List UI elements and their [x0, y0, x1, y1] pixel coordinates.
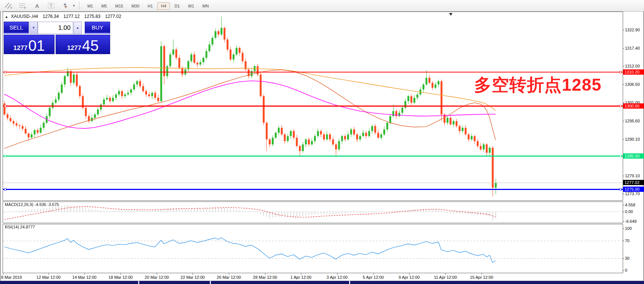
- axis-tick-mark: [623, 221, 624, 222]
- date-axis-label: 20 Mar 12:00: [145, 275, 169, 280]
- price-axis-tick: 1322.90: [625, 27, 640, 32]
- axis-tick-mark: [623, 270, 624, 271]
- rsi-axis-tick: 0: [625, 268, 627, 273]
- date-tick-mark: [482, 273, 482, 275]
- rsi-indicator-canvas[interactable]: [3, 224, 623, 273]
- price-tag-1310.20: 1310.20: [623, 69, 644, 75]
- macd-label: MACD(12,26,9) -4.936 -3.675: [5, 202, 59, 207]
- price-tag-1275.00: 1275.00: [623, 187, 644, 192]
- date-axis-label: 12 Mar 12:00: [37, 275, 61, 280]
- date-tick-mark: [49, 273, 49, 275]
- toolbar: E F A T ▼: [0, 0, 644, 12]
- volume-increase-button[interactable]: ▲: [74, 22, 82, 34]
- volume-input[interactable]: [38, 22, 73, 34]
- close-value: 1277.02: [105, 14, 121, 19]
- strip-separator: [210, 281, 211, 284]
- timeframe-button-d1[interactable]: D1: [171, 2, 183, 10]
- date-axis-label: 15 Apr 12:00: [470, 275, 493, 280]
- buy-price-panel[interactable]: 1277 45: [56, 35, 110, 54]
- axis-tick-mark: [623, 139, 624, 140]
- timeframe-button-h1[interactable]: H1: [144, 2, 156, 10]
- date-axis-label: 26 Mar 12:00: [217, 275, 241, 280]
- bottom-taskbar-strip: [0, 281, 644, 284]
- date-axis-label: 8 Mar 2019: [1, 275, 22, 280]
- axis-tick-mark: [623, 205, 624, 205]
- date-axis-label: 1 Apr 12:00: [290, 275, 311, 280]
- date-tick-mark: [3, 273, 3, 275]
- symbol-label: XAUUSD-,H4: [11, 14, 38, 19]
- window-left-border: [0, 12, 1, 284]
- date-axis-label: 18 Mar 12:00: [109, 275, 133, 280]
- buy-button[interactable]: BUY: [85, 22, 110, 34]
- price-axis-tick: 1273.70: [625, 191, 640, 196]
- date-tick-mark: [229, 273, 229, 275]
- date-tick-mark: [193, 273, 193, 275]
- arrows-dropdown-caret-icon[interactable]: ▼: [72, 4, 75, 7]
- timeframe-button-mn[interactable]: MN: [199, 2, 212, 10]
- price-axis-tick: 1279.10: [625, 173, 640, 178]
- macd-axis-tick: 0.00: [625, 209, 633, 214]
- high-value: 1277.12: [63, 14, 80, 19]
- sell-price-pips: 01: [28, 40, 45, 52]
- sell-price-panel[interactable]: 1277 01: [4, 35, 55, 54]
- axis-tick-mark: [623, 48, 624, 49]
- timeframe-button-group: M1M5M15M30H1H4D1W1MN: [84, 2, 213, 9]
- macd-indicator-canvas[interactable]: [3, 202, 623, 223]
- rsi-axis-tick: 70: [625, 238, 629, 243]
- axis-tick-mark: [623, 121, 624, 121]
- date-tick-mark: [84, 273, 85, 275]
- price-tag-1285.00: 1285.00: [623, 153, 644, 159]
- price-axis-tick: 1295.60: [625, 118, 640, 124]
- strip-separator: [138, 281, 139, 284]
- rsi-axis-tick: 30: [625, 256, 629, 261]
- date-axis-label: 11 Apr 12:00: [434, 275, 457, 280]
- axis-tick-mark: [623, 66, 624, 66]
- buy-price-big-figure: 1277: [67, 45, 81, 51]
- text-tool-icon[interactable]: T: [46, 1, 57, 10]
- volume-decrease-button[interactable]: ▼: [29, 22, 38, 34]
- date-tick-mark: [121, 273, 121, 275]
- price-tag-1300.00: 1300.00: [623, 103, 644, 109]
- buy-button-label: BUY: [92, 24, 103, 31]
- axis-tick-mark: [623, 228, 624, 229]
- axis-tick-mark: [623, 212, 624, 212]
- fibonacci-tool-icon[interactable]: F: [17, 1, 28, 10]
- collapse-arrow-icon[interactable]: ▲: [5, 15, 8, 19]
- date-tick-mark: [409, 273, 410, 275]
- date-tick-mark: [373, 273, 374, 275]
- date-tick-mark: [301, 273, 301, 275]
- svg-text:A: A: [35, 3, 39, 9]
- macd-axis-tick: 4.558: [625, 202, 635, 207]
- macd-axis-tick: -6.649: [625, 219, 637, 224]
- timeframe-button-m30[interactable]: M30: [128, 2, 143, 10]
- arrows-tool-icon[interactable]: [60, 1, 71, 10]
- axis-tick-mark: [623, 84, 624, 85]
- timeframe-button-w1[interactable]: W1: [184, 2, 198, 10]
- buy-price-pips: 45: [82, 40, 99, 52]
- timeframe-button-m15[interactable]: M15: [111, 2, 127, 10]
- timeframe-button-m5[interactable]: M5: [97, 2, 111, 10]
- price-axis-tick: 1290.10: [625, 137, 640, 142]
- axis-tick-mark: [623, 176, 624, 176]
- sell-button[interactable]: SELL: [4, 22, 29, 34]
- open-value: 1276.34: [43, 14, 59, 19]
- axis-tick-mark: [623, 30, 624, 30]
- low-value: 1275.83: [84, 14, 100, 19]
- strip-separator: [349, 281, 350, 284]
- timeframe-button-h4[interactable]: H4: [157, 2, 170, 10]
- svg-text:T: T: [50, 3, 53, 9]
- date-axis-label: 3 Apr 12:00: [327, 275, 348, 280]
- equidistant-channel-tool-icon[interactable]: E: [3, 1, 14, 10]
- label-tool-icon[interactable]: A: [31, 1, 43, 10]
- timeframe-button-m1[interactable]: M1: [84, 2, 97, 10]
- rsi-axis-tick: 100: [625, 226, 632, 231]
- date-tick-mark: [445, 273, 446, 275]
- sell-price-big-figure: 1277: [13, 45, 28, 51]
- svg-text:F: F: [24, 6, 26, 9]
- rsi-label: RSI(14) 24.8777: [5, 225, 35, 229]
- date-axis-label: 22 Mar 12:00: [181, 275, 205, 280]
- mt4-terminal-window: E F A T ▼: [0, 0, 644, 284]
- toolbar-separator: [79, 2, 80, 9]
- price-tag-1277.02: 1277.02: [623, 180, 644, 185]
- price-axis-tick: 1306.50: [625, 82, 640, 87]
